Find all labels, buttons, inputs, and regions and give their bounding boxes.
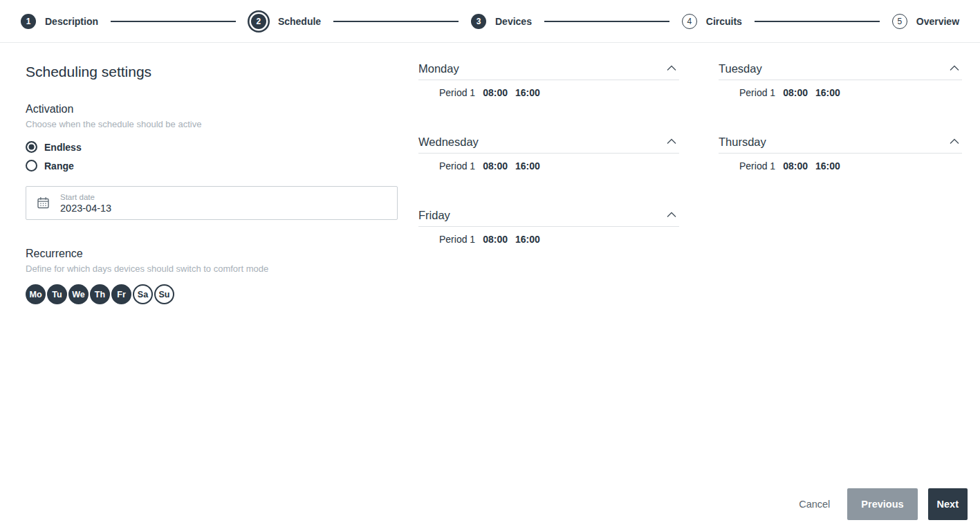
- period-row: Period 1 08:00 16:00: [439, 160, 679, 172]
- period-label: Period 1: [439, 160, 475, 172]
- day-name: Thursday: [719, 136, 766, 149]
- recurrence-heading: Recurrence: [26, 248, 398, 260]
- activation-description: Choose when the schedule should be activ…: [26, 119, 398, 129]
- day-name: Friday: [418, 209, 450, 222]
- day-name: Tuesday: [719, 62, 762, 75]
- period-start-time: 08:00: [483, 87, 508, 98]
- period-row: Period 1 08:00 16:00: [739, 87, 962, 98]
- day-chip-thursday[interactable]: Th: [90, 284, 110, 304]
- day-chip-friday[interactable]: Fr: [111, 284, 131, 304]
- period-row: Period 1 08:00 16:00: [739, 160, 962, 172]
- step-label: Devices: [495, 16, 532, 27]
- collapse-thursday-button[interactable]: [947, 137, 962, 147]
- step-label: Overview: [916, 16, 959, 27]
- calendar-icon: [37, 196, 50, 210]
- collapse-tuesday-button[interactable]: [947, 64, 962, 74]
- radio-label: Endless: [44, 142, 82, 153]
- step-circuits[interactable]: 4 Circuits: [682, 14, 742, 29]
- scheduling-settings-panel: Scheduling settings Activation Choose wh…: [26, 64, 398, 304]
- step-number: 4: [682, 14, 697, 29]
- day-panel-wednesday: Wednesday Period 1 08:00 16:00: [418, 136, 679, 172]
- day-name: Wednesday: [418, 136, 479, 149]
- stepper-connector: [544, 21, 669, 22]
- collapse-friday-button[interactable]: [664, 210, 679, 221]
- radio-label: Range: [44, 160, 74, 172]
- radio-unselected-icon[interactable]: [26, 160, 37, 172]
- day-schedule-grid: Monday Period 1 08:00 16:00 Tuesday Peri…: [418, 62, 962, 245]
- step-description[interactable]: 1 Description: [21, 14, 98, 29]
- period-label: Period 1: [739, 87, 775, 98]
- wizard-footer: Cancel Previous Next: [792, 488, 968, 520]
- cancel-button[interactable]: Cancel: [792, 488, 837, 520]
- period-start-time: 08:00: [783, 160, 808, 172]
- period-start-time: 08:00: [783, 87, 808, 98]
- day-name: Monday: [418, 62, 459, 75]
- period-end-time: 16:00: [515, 87, 540, 98]
- period-end-time: 16:00: [515, 160, 540, 172]
- chevron-up-icon: [948, 137, 961, 147]
- collapse-wednesday-button[interactable]: [664, 137, 679, 147]
- day-chip-tuesday[interactable]: Tu: [47, 284, 67, 304]
- day-chip-saturday[interactable]: Sa: [133, 284, 153, 304]
- step-label: Description: [45, 16, 98, 27]
- period-row: Period 1 08:00 16:00: [439, 234, 679, 245]
- activation-section: Activation Choose when the schedule shou…: [26, 103, 398, 172]
- previous-button[interactable]: Previous: [847, 488, 917, 520]
- chevron-up-icon: [665, 210, 678, 221]
- activation-radio-group: Endless Range: [26, 141, 398, 172]
- chevron-up-icon: [665, 137, 678, 147]
- next-button[interactable]: Next: [928, 488, 968, 520]
- activation-heading: Activation: [26, 103, 398, 115]
- period-row: Period 1 08:00 16:00: [439, 87, 679, 98]
- step-number: 5: [892, 14, 907, 29]
- start-date-label: Start date: [60, 193, 111, 201]
- step-label: Schedule: [278, 16, 321, 27]
- step-number: 2: [251, 14, 266, 29]
- period-start-time: 08:00: [483, 160, 508, 172]
- period-label: Period 1: [439, 87, 475, 98]
- chevron-up-icon: [948, 64, 961, 74]
- start-date-field[interactable]: Start date 2023-04-13: [26, 186, 398, 220]
- day-panel-monday: Monday Period 1 08:00 16:00: [418, 62, 679, 98]
- chevron-up-icon: [665, 64, 678, 74]
- page-title: Scheduling settings: [26, 64, 398, 80]
- period-end-time: 16:00: [815, 160, 840, 172]
- day-panel-thursday: Thursday Period 1 08:00 16:00: [719, 136, 962, 172]
- day-chip-wednesday[interactable]: We: [68, 284, 89, 304]
- recurrence-description: Define for which days devices should swi…: [26, 264, 398, 274]
- collapse-monday-button[interactable]: [664, 64, 679, 74]
- period-end-time: 16:00: [815, 87, 840, 98]
- radio-option-endless[interactable]: Endless: [26, 141, 398, 153]
- stepper-connector: [111, 21, 236, 22]
- wizard-stepper: 1 Description 2 Schedule 3 Devices 4 Cir…: [0, 0, 980, 43]
- period-label: Period 1: [739, 160, 775, 172]
- day-chip-sunday[interactable]: Su: [154, 284, 174, 304]
- period-end-time: 16:00: [515, 234, 540, 245]
- stepper-connector: [755, 21, 880, 22]
- step-number: 1: [21, 14, 36, 29]
- recurrence-section: Recurrence Define for which days devices…: [26, 248, 398, 304]
- stepper-connector: [333, 21, 459, 22]
- step-label: Circuits: [706, 16, 742, 27]
- recurrence-day-chips: Mo Tu We Th Fr Sa Su: [26, 284, 398, 304]
- step-schedule[interactable]: 2 Schedule: [248, 14, 321, 29]
- radio-selected-icon[interactable]: [26, 141, 37, 153]
- period-start-time: 08:00: [483, 234, 508, 245]
- period-label: Period 1: [439, 234, 475, 245]
- day-chip-monday[interactable]: Mo: [26, 284, 46, 304]
- day-panel-friday: Friday Period 1 08:00 16:00: [418, 209, 679, 245]
- day-panel-tuesday: Tuesday Period 1 08:00 16:00: [719, 62, 962, 98]
- step-devices[interactable]: 3 Devices: [471, 14, 532, 29]
- radio-option-range[interactable]: Range: [26, 160, 398, 172]
- step-number: 3: [471, 14, 486, 29]
- step-overview[interactable]: 5 Overview: [892, 14, 959, 29]
- start-date-value: 2023-04-13: [60, 203, 111, 214]
